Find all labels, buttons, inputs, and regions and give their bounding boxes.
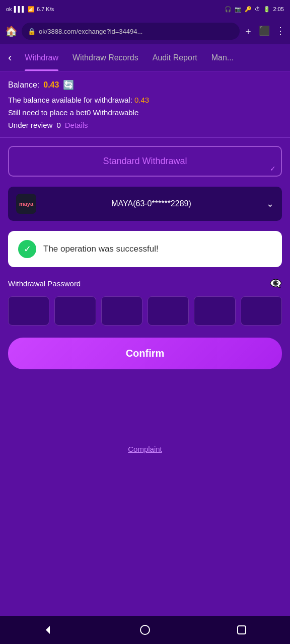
success-message: ✓ The operation was successful! [8, 231, 282, 267]
tab-withdraw-records[interactable]: Withdraw Records [65, 44, 146, 71]
speed-text: 6.7 K/s [37, 6, 54, 12]
review-value: 0 [56, 121, 60, 129]
status-bar-right: 🎧 📷 🔑 ⏱ 🔋 2:05 [225, 6, 284, 13]
menu-icon[interactable]: ⋮ [276, 25, 285, 37]
pin-box-1[interactable] [8, 296, 49, 326]
refresh-icon[interactable]: 🔄 [63, 79, 74, 91]
clock-icon: ⏱ [255, 6, 260, 12]
pin-box-4[interactable] [148, 296, 189, 326]
payment-method-dropdown[interactable]: maya MAYA(63-0******2289) ⌄ [8, 187, 282, 221]
available-row: The balance available for withdrawal: 0.… [8, 96, 282, 104]
tab-audit-report[interactable]: Audit Report [146, 44, 204, 71]
balance-section: Balance: 0.43 🔄 The balance available fo… [8, 79, 282, 129]
status-bar: ok ▌▌▌ 📶 6.7 K/s 🎧 📷 🔑 ⏱ 🔋 2:05 [0, 0, 290, 18]
browser-actions: ＋ ⬛ ⋮ [244, 25, 285, 37]
svg-marker-0 [46, 626, 50, 634]
home-nav-button[interactable] [130, 616, 160, 644]
success-text: The operation was successful! [43, 244, 159, 254]
confirm-button[interactable]: Confirm [8, 338, 282, 369]
status-bar-left: ok ▌▌▌ 📶 6.7 K/s [6, 6, 54, 13]
eye-icon[interactable]: 👁‍🗨 [269, 277, 282, 289]
main-content: Balance: 0.43 🔄 The balance available fo… [0, 71, 290, 616]
battery-icon: 🔋 [263, 6, 270, 13]
svg-rect-2 [238, 626, 246, 634]
wifi-icon: 📶 [28, 6, 35, 13]
lock-icon: 🔒 [28, 28, 36, 35]
browser-home-button[interactable]: 🏠 [5, 25, 18, 37]
payment-logo: maya [16, 194, 36, 214]
back-button[interactable]: ‹ [8, 51, 12, 64]
pin-box-5[interactable] [194, 296, 235, 326]
svg-point-1 [140, 625, 150, 634]
pin-box-2[interactable] [54, 296, 96, 326]
balance-label: Balance: [8, 80, 39, 90]
complaint-link[interactable]: Complaint [128, 445, 162, 453]
password-section-header: Withdrawal Password 👁‍🗨 [8, 277, 282, 289]
pin-inputs [8, 296, 282, 326]
bottom-nav [0, 616, 290, 644]
under-review-row: Under review 0 Details [8, 121, 282, 129]
browser-bar: 🏠 🔒 ok/3888.com/exchange?id=34494... ＋ ⬛… [0, 18, 290, 44]
url-text: ok/3888.com/exchange?id=34494... [39, 28, 142, 35]
time-text: 2:05 [273, 6, 284, 12]
nav-tabs: ‹ Withdraw Withdraw Records Audit Report… [0, 44, 290, 71]
tabs-icon[interactable]: ⬛ [259, 25, 270, 37]
signal-icon: ▌▌▌ [14, 6, 26, 12]
bet-row: Still need to place a bet0 Withdrawable [8, 108, 282, 117]
standard-withdrawal-button[interactable]: Standard Withdrawal [8, 146, 282, 177]
review-label: Under review [8, 121, 52, 129]
carrier-text: ok [6, 6, 12, 12]
back-nav-button[interactable] [33, 616, 63, 644]
available-label: The balance available for withdrawal: [8, 96, 132, 104]
tab-man[interactable]: Man... [204, 44, 241, 71]
pin-box-3[interactable] [101, 296, 142, 326]
balance-row: Balance: 0.43 🔄 [8, 79, 282, 91]
complaint-section: Complaint [8, 435, 282, 464]
divider [0, 137, 290, 138]
payment-name: MAYA(63-0******2289) [42, 199, 260, 208]
password-label: Withdrawal Password [8, 279, 81, 288]
spacer [8, 384, 282, 435]
url-bar[interactable]: 🔒 ok/3888.com/exchange?id=34494... [22, 23, 240, 40]
bet-label: Still need to place a bet0 Withdrawable [8, 108, 138, 117]
add-tab-icon[interactable]: ＋ [244, 25, 253, 37]
tab-withdraw[interactable]: Withdraw [18, 44, 65, 71]
key-icon: 🔑 [245, 6, 252, 13]
balance-value: 0.43 [43, 80, 59, 90]
success-icon: ✓ [18, 240, 36, 258]
recent-nav-button[interactable] [227, 616, 257, 644]
available-value: 0.43 [134, 96, 149, 104]
dropdown-arrow-icon: ⌄ [266, 198, 274, 209]
camera-icon: 📷 [235, 6, 242, 13]
pin-box-6[interactable] [241, 296, 282, 326]
headphone-icon: 🎧 [225, 6, 232, 13]
details-link[interactable]: Details [65, 121, 88, 129]
